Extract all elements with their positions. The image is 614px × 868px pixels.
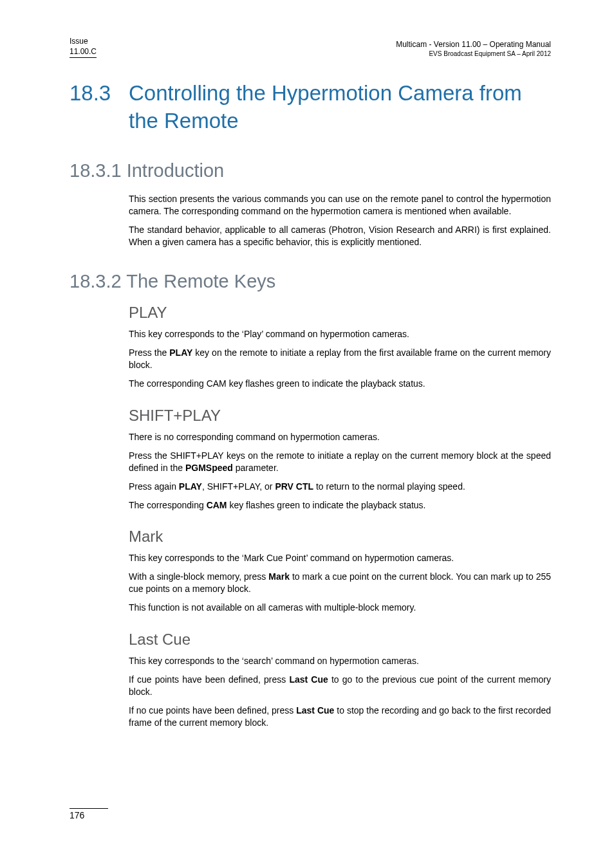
doc-title: Multicam - Version 11.00 – Operating Man…: [396, 39, 551, 50]
shiftplay-p1: There is no corresponding command on hyp…: [129, 431, 551, 443]
page-number: 176: [70, 808, 108, 820]
text-run: Press the: [129, 347, 169, 358]
play-p2: Press the PLAY key on the remote to init…: [129, 347, 551, 371]
subsection-keys-heading: 18.3.2 The Remote Keys: [70, 271, 551, 292]
subsection-intro-heading: 18.3.1 Introduction: [70, 160, 551, 181]
bold-key: PGMSpeed: [185, 463, 233, 473]
text-run: The corresponding: [129, 500, 207, 510]
bold-key: PLAY: [179, 481, 202, 492]
intro-body: This section presents the various comman…: [129, 193, 551, 248]
lastcue-p3: If no cue points have been defined, pres…: [129, 705, 551, 729]
text-run: If no cue points have been defined, pres…: [129, 705, 296, 716]
text-run: Press again: [129, 481, 179, 492]
text-run: to return to the normal playing speed.: [313, 481, 465, 492]
shiftplay-p2: Press the SHIFT+PLAY keys on the remote …: [129, 450, 551, 474]
doc-subtitle: EVS Broadcast Equipment SA – April 2012: [396, 50, 551, 59]
intro-p1: This section presents the various comman…: [129, 193, 551, 217]
text-run: key flashes green to indicate the playba…: [227, 500, 426, 510]
text-run: If cue points have been defined, press: [129, 674, 289, 685]
shiftplay-p3: Press again PLAY, SHIFT+PLAY, or PRV CTL…: [129, 481, 551, 493]
section-title: Controlling the Hypermotion Camera from …: [129, 80, 551, 134]
keys-body: PLAY This key corresponds to the ‘Play’ …: [129, 304, 551, 728]
bold-key: Mark: [268, 571, 290, 582]
play-p1: This key corresponds to the ‘Play’ comma…: [129, 328, 551, 340]
lastcue-p1: This key corresponds to the ‘search’ com…: [129, 655, 551, 667]
bold-key: Last Cue: [296, 705, 334, 716]
text-run: With a single-block memory, press: [129, 571, 268, 582]
issue-label: Issue: [70, 36, 97, 46]
issue-version: 11.00.C: [70, 46, 97, 57]
page: Issue 11.00.C Multicam - Version 11.00 –…: [0, 0, 614, 868]
bold-key: Last Cue: [289, 674, 328, 685]
bold-key: CAM: [207, 500, 227, 510]
header-left: Issue 11.00.C: [70, 36, 97, 58]
text-run: key on the remote to initiate a replay f…: [129, 347, 551, 370]
shiftplay-p4: The corresponding CAM key flashes green …: [129, 499, 551, 512]
section-number: 18.3: [70, 80, 129, 134]
text-run: parameter.: [233, 463, 279, 473]
bold-key: PRV CTL: [275, 481, 313, 492]
header-right: Multicam - Version 11.00 – Operating Man…: [396, 39, 551, 59]
page-header: Issue 11.00.C Multicam - Version 11.00 –…: [70, 36, 551, 58]
play-heading: PLAY: [129, 304, 551, 322]
mark-p1: This key corresponds to the ‘Mark Cue Po…: [129, 552, 551, 564]
mark-p2: With a single-block memory, press Mark t…: [129, 571, 551, 595]
text-run: , SHIFT+PLAY, or: [202, 481, 275, 492]
bold-key: PLAY: [169, 347, 192, 358]
lastcue-p2: If cue points have been defined, press L…: [129, 674, 551, 698]
lastcue-heading: Last Cue: [129, 631, 551, 649]
section-heading: 18.3 Controlling the Hypermotion Camera …: [70, 80, 551, 134]
play-p3: The corresponding CAM key flashes green …: [129, 378, 551, 390]
mark-heading: Mark: [129, 528, 551, 546]
mark-p3: This function is not available on all ca…: [129, 602, 551, 614]
intro-p2: The standard behavior, applicable to all…: [129, 224, 551, 248]
shiftplay-heading: SHIFT+PLAY: [129, 407, 551, 425]
